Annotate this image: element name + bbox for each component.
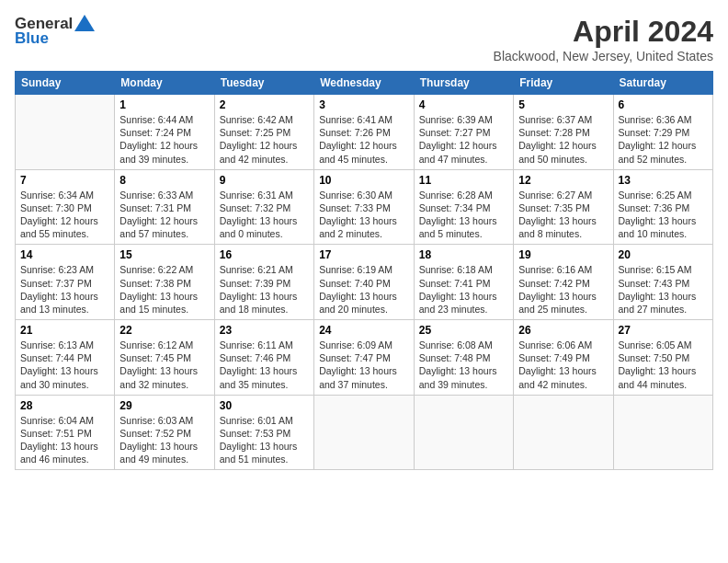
calendar-cell: 16Sunrise: 6:21 AM Sunset: 7:39 PM Dayli… [214, 245, 313, 320]
calendar-cell [613, 395, 713, 470]
day-number: 29 [119, 399, 209, 412]
day-info: Sunrise: 6:13 AM Sunset: 7:44 PM Dayligh… [20, 339, 109, 391]
day-number: 6 [619, 98, 709, 111]
calendar-week-row: 28Sunrise: 6:04 AM Sunset: 7:51 PM Dayli… [16, 395, 713, 470]
day-info: Sunrise: 6:28 AM Sunset: 7:34 PM Dayligh… [419, 189, 508, 241]
location: Blackwood, New Jersey, United States [494, 49, 713, 63]
day-info: Sunrise: 6:12 AM Sunset: 7:45 PM Dayligh… [119, 339, 209, 391]
calendar-cell: 4Sunrise: 6:39 AM Sunset: 7:27 PM Daylig… [414, 95, 513, 170]
calendar-week-row: 14Sunrise: 6:23 AM Sunset: 7:37 PM Dayli… [16, 245, 713, 320]
calendar-week-row: 7Sunrise: 6:34 AM Sunset: 7:30 PM Daylig… [16, 169, 713, 245]
calendar-cell: 25Sunrise: 6:08 AM Sunset: 7:48 PM Dayli… [414, 320, 513, 396]
day-info: Sunrise: 6:36 AM Sunset: 7:29 PM Dayligh… [619, 113, 709, 166]
month-title: April 2024 [494, 15, 713, 49]
day-number: 3 [319, 98, 409, 111]
calendar-cell: 11Sunrise: 6:28 AM Sunset: 7:34 PM Dayli… [414, 169, 513, 245]
day-number: 13 [619, 174, 709, 187]
header-friday: Friday [514, 72, 613, 95]
day-info: Sunrise: 6:05 AM Sunset: 7:50 PM Dayligh… [619, 339, 709, 391]
day-info: Sunrise: 6:42 AM Sunset: 7:25 PM Dayligh… [220, 113, 309, 166]
day-number: 27 [619, 324, 709, 337]
day-number: 10 [319, 174, 409, 187]
day-number: 16 [220, 248, 309, 261]
svg-marker-0 [74, 15, 95, 31]
header-sunday: Sunday [16, 72, 115, 95]
header-monday: Monday [115, 72, 214, 95]
calendar-cell: 14Sunrise: 6:23 AM Sunset: 7:37 PM Dayli… [16, 245, 115, 320]
calendar-cell: 18Sunrise: 6:18 AM Sunset: 7:41 PM Dayli… [414, 245, 513, 320]
calendar-week-row: 21Sunrise: 6:13 AM Sunset: 7:44 PM Dayli… [16, 320, 713, 396]
header-saturday: Saturday [613, 72, 713, 95]
calendar-week-row: 1Sunrise: 6:44 AM Sunset: 7:24 PM Daylig… [16, 95, 713, 170]
day-info: Sunrise: 6:39 AM Sunset: 7:27 PM Dayligh… [419, 113, 508, 166]
day-number: 20 [619, 248, 709, 261]
calendar-cell: 23Sunrise: 6:11 AM Sunset: 7:46 PM Dayli… [214, 320, 313, 396]
calendar-cell: 3Sunrise: 6:41 AM Sunset: 7:26 PM Daylig… [314, 95, 415, 170]
calendar-cell: 7Sunrise: 6:34 AM Sunset: 7:30 PM Daylig… [16, 169, 115, 245]
day-info: Sunrise: 6:37 AM Sunset: 7:28 PM Dayligh… [518, 113, 608, 166]
day-number: 30 [220, 399, 309, 412]
logo: General Blue [15, 15, 95, 48]
day-info: Sunrise: 6:19 AM Sunset: 7:40 PM Dayligh… [319, 263, 409, 316]
day-info: Sunrise: 6:34 AM Sunset: 7:30 PM Dayligh… [20, 189, 109, 241]
calendar-cell: 12Sunrise: 6:27 AM Sunset: 7:35 PM Dayli… [514, 169, 613, 245]
day-number: 9 [220, 174, 309, 187]
calendar-cell [314, 395, 415, 470]
day-number: 26 [518, 324, 608, 337]
calendar-cell: 6Sunrise: 6:36 AM Sunset: 7:29 PM Daylig… [613, 95, 713, 170]
day-info: Sunrise: 6:09 AM Sunset: 7:47 PM Dayligh… [319, 339, 409, 391]
day-number: 22 [119, 324, 209, 337]
day-number: 14 [20, 248, 109, 261]
day-info: Sunrise: 6:31 AM Sunset: 7:32 PM Dayligh… [220, 189, 309, 241]
day-number: 25 [419, 324, 508, 337]
day-info: Sunrise: 6:21 AM Sunset: 7:39 PM Dayligh… [220, 263, 309, 316]
calendar-cell: 13Sunrise: 6:25 AM Sunset: 7:36 PM Dayli… [613, 169, 713, 245]
day-number: 23 [220, 324, 309, 337]
day-number: 15 [119, 248, 209, 261]
calendar-cell: 9Sunrise: 6:31 AM Sunset: 7:32 PM Daylig… [214, 169, 313, 245]
day-info: Sunrise: 6:30 AM Sunset: 7:33 PM Dayligh… [319, 189, 409, 241]
calendar-cell: 28Sunrise: 6:04 AM Sunset: 7:51 PM Dayli… [16, 395, 115, 470]
calendar-cell: 27Sunrise: 6:05 AM Sunset: 7:50 PM Dayli… [613, 320, 713, 396]
calendar-cell: 5Sunrise: 6:37 AM Sunset: 7:28 PM Daylig… [514, 95, 613, 170]
day-info: Sunrise: 6:03 AM Sunset: 7:52 PM Dayligh… [119, 414, 209, 466]
calendar-cell: 15Sunrise: 6:22 AM Sunset: 7:38 PM Dayli… [115, 245, 214, 320]
calendar-cell: 29Sunrise: 6:03 AM Sunset: 7:52 PM Dayli… [115, 395, 214, 470]
day-number: 1 [119, 98, 209, 111]
logo-icon [74, 15, 95, 31]
day-number: 12 [518, 174, 608, 187]
calendar-header-row: Sunday Monday Tuesday Wednesday Thursday… [16, 72, 713, 95]
calendar-cell: 17Sunrise: 6:19 AM Sunset: 7:40 PM Dayli… [314, 245, 415, 320]
day-number: 28 [20, 399, 109, 412]
day-number: 21 [20, 324, 109, 337]
day-info: Sunrise: 6:01 AM Sunset: 7:53 PM Dayligh… [220, 414, 309, 466]
day-info: Sunrise: 6:23 AM Sunset: 7:37 PM Dayligh… [20, 263, 109, 316]
calendar-cell: 10Sunrise: 6:30 AM Sunset: 7:33 PM Dayli… [314, 169, 415, 245]
calendar-cell: 30Sunrise: 6:01 AM Sunset: 7:53 PM Dayli… [214, 395, 313, 470]
title-block: April 2024 Blackwood, New Jersey, United… [494, 15, 713, 63]
day-number: 2 [220, 98, 309, 111]
day-number: 19 [518, 248, 608, 261]
day-info: Sunrise: 6:18 AM Sunset: 7:41 PM Dayligh… [419, 263, 508, 316]
calendar-cell: 20Sunrise: 6:15 AM Sunset: 7:43 PM Dayli… [613, 245, 713, 320]
calendar-cell [414, 395, 513, 470]
day-number: 18 [419, 248, 508, 261]
day-number: 4 [419, 98, 508, 111]
day-number: 24 [319, 324, 409, 337]
day-number: 5 [518, 98, 608, 111]
calendar-cell: 19Sunrise: 6:16 AM Sunset: 7:42 PM Dayli… [514, 245, 613, 320]
calendar-cell: 2Sunrise: 6:42 AM Sunset: 7:25 PM Daylig… [214, 95, 313, 170]
calendar-cell: 1Sunrise: 6:44 AM Sunset: 7:24 PM Daylig… [115, 95, 214, 170]
calendar-cell [16, 95, 115, 170]
day-info: Sunrise: 6:33 AM Sunset: 7:31 PM Dayligh… [119, 189, 209, 241]
calendar-cell: 8Sunrise: 6:33 AM Sunset: 7:31 PM Daylig… [115, 169, 214, 245]
day-number: 11 [419, 174, 508, 187]
header-tuesday: Tuesday [214, 72, 313, 95]
logo-blue: Blue [15, 29, 49, 48]
day-info: Sunrise: 6:25 AM Sunset: 7:36 PM Dayligh… [619, 189, 709, 241]
day-info: Sunrise: 6:27 AM Sunset: 7:35 PM Dayligh… [518, 189, 608, 241]
day-info: Sunrise: 6:11 AM Sunset: 7:46 PM Dayligh… [220, 339, 309, 391]
day-info: Sunrise: 6:41 AM Sunset: 7:26 PM Dayligh… [319, 113, 409, 166]
day-info: Sunrise: 6:16 AM Sunset: 7:42 PM Dayligh… [518, 263, 608, 316]
day-number: 8 [119, 174, 209, 187]
